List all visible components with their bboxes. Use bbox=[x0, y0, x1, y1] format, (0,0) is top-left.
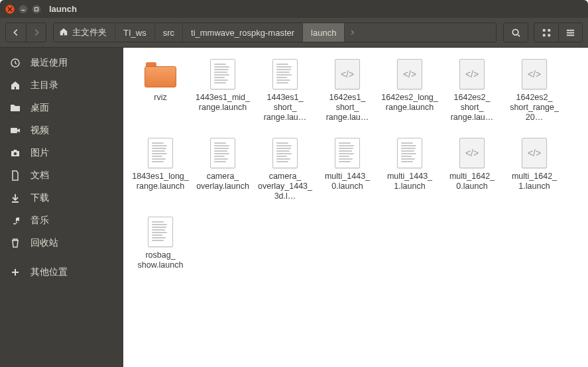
text-file-icon bbox=[335, 138, 360, 168]
body: 最近使用主目录桌面视频图片文档下载音乐回收站其他位置 rviz1443es1_m… bbox=[0, 48, 588, 367]
sidebar-item-label: 音乐 bbox=[30, 215, 49, 227]
file-item[interactable]: 1443es1_mid_range.launch bbox=[192, 57, 253, 124]
text-file-icon bbox=[148, 217, 173, 247]
svg-rect-2 bbox=[542, 28, 545, 31]
sidebar-item-label: 其他位置 bbox=[30, 266, 68, 278]
text-file-icon bbox=[210, 138, 235, 168]
file-item[interactable]: rosbag_show.launch bbox=[130, 215, 191, 272]
file-item[interactable]: </>1642es2_long_range.launch bbox=[379, 57, 440, 124]
sidebar-item-label: 回收站 bbox=[30, 237, 58, 249]
svg-rect-3 bbox=[548, 28, 550, 31]
file-item[interactable]: multi_1443_0.launch bbox=[317, 136, 378, 203]
sidebar-item-label: 桌面 bbox=[30, 102, 49, 114]
window-maximize-button[interactable] bbox=[32, 5, 41, 14]
sidebar: 最近使用主目录桌面视频图片文档下载音乐回收站其他位置 bbox=[0, 48, 123, 367]
music-icon bbox=[9, 215, 21, 226]
file-name: rosbag_show.launch bbox=[131, 250, 190, 270]
file-item[interactable]: </>1642es2_short_range_20… bbox=[504, 57, 565, 124]
nav-forward-button[interactable] bbox=[26, 23, 46, 42]
breadcrumb-segment[interactable]: TI_ws bbox=[115, 23, 155, 42]
file-name: multi_1443_0.launch bbox=[318, 172, 377, 191]
text-file-icon bbox=[272, 138, 298, 168]
breadcrumb-home[interactable]: 主文件夹 bbox=[54, 23, 115, 42]
file-item[interactable]: multi_1443_1.launch bbox=[379, 136, 440, 203]
breadcrumb-segment[interactable]: launch bbox=[303, 23, 345, 42]
file-item[interactable]: </>multi_1642_1.launch bbox=[504, 136, 565, 203]
svg-rect-5 bbox=[548, 34, 550, 36]
window-title: launch bbox=[49, 4, 77, 14]
doc-icon bbox=[9, 170, 21, 181]
sidebar-item[interactable]: 音乐 bbox=[0, 209, 123, 232]
sidebar-item-label: 主目录 bbox=[30, 79, 58, 91]
hamburger-menu-button[interactable] bbox=[558, 23, 582, 42]
file-name: 1843es1_long_range.launch bbox=[131, 172, 190, 191]
window-controls bbox=[5, 5, 41, 14]
file-name: 1642es2_short_range_20… bbox=[505, 93, 563, 123]
sidebar-item[interactable]: 回收站 bbox=[0, 232, 123, 254]
file-item[interactable]: 1443es1_short_range.lau… bbox=[255, 57, 316, 124]
file-name: camera_overlay_1443_3d.l… bbox=[256, 172, 314, 201]
svg-point-8 bbox=[14, 152, 17, 155]
text-file-icon bbox=[272, 59, 298, 89]
video-icon bbox=[9, 125, 21, 136]
sidebar-item[interactable]: 主目录 bbox=[0, 74, 123, 97]
xml-file-icon: </> bbox=[459, 138, 485, 168]
xml-file-icon: </> bbox=[522, 138, 547, 168]
view-grid-button[interactable] bbox=[534, 23, 558, 42]
nav-back-button[interactable] bbox=[6, 23, 26, 42]
file-item[interactable]: 1843es1_long_range.launch bbox=[130, 136, 191, 203]
svg-point-1 bbox=[512, 29, 518, 34]
search-button[interactable] bbox=[504, 23, 528, 42]
sidebar-item[interactable]: 图片 bbox=[0, 142, 123, 164]
file-grid: rviz1443es1_mid_range.launch1443es1_shor… bbox=[130, 57, 581, 272]
file-item[interactable]: camera_overlay.launch bbox=[192, 136, 253, 203]
svg-rect-7 bbox=[11, 128, 17, 133]
file-name: multi_1642_0.launch bbox=[443, 172, 501, 191]
file-name: camera_overlay.launch bbox=[194, 172, 252, 191]
toolbar: 主文件夹 TI_wssrcti_mmwave_rospkg-masterlaun… bbox=[0, 18, 588, 48]
file-item[interactable]: camera_overlay_1443_3d.l… bbox=[255, 136, 316, 203]
content-area[interactable]: rviz1443es1_mid_range.launch1443es1_shor… bbox=[123, 48, 588, 367]
sidebar-item[interactable]: 最近使用 bbox=[0, 52, 123, 74]
text-file-icon bbox=[148, 138, 173, 168]
folder-icon bbox=[145, 61, 176, 87]
breadcrumb: 主文件夹 TI_wssrcti_mmwave_rospkg-masterlaun… bbox=[53, 23, 497, 42]
breadcrumb-home-label: 主文件夹 bbox=[72, 26, 107, 38]
breadcrumb-segment[interactable]: ti_mmwave_rospkg-master bbox=[183, 23, 303, 42]
trash-icon bbox=[9, 238, 21, 248]
text-file-icon bbox=[210, 59, 235, 89]
toolbar-right bbox=[503, 23, 583, 42]
folder-icon bbox=[9, 103, 21, 113]
breadcrumb-segment[interactable]: src bbox=[155, 23, 183, 42]
sidebar-item[interactable]: 下载 bbox=[0, 187, 123, 209]
file-name: 1443es1_short_range.lau… bbox=[256, 93, 314, 123]
file-name: 1642es1_short_range.lau… bbox=[318, 93, 377, 123]
window-close-button[interactable] bbox=[5, 5, 15, 14]
file-item[interactable]: rviz bbox=[130, 57, 191, 124]
sidebar-item[interactable]: 视频 bbox=[0, 119, 123, 142]
file-name: rviz bbox=[154, 93, 166, 103]
plus-icon bbox=[9, 267, 21, 278]
titlebar: launch bbox=[0, 0, 588, 18]
file-name: 1443es1_mid_range.launch bbox=[194, 93, 252, 113]
home-icon bbox=[59, 27, 68, 38]
sidebar-item[interactable]: 其他位置 bbox=[0, 261, 123, 284]
breadcrumb-more[interactable] bbox=[345, 29, 361, 36]
sidebar-item[interactable]: 桌面 bbox=[0, 97, 123, 119]
download-icon bbox=[9, 193, 21, 203]
file-item[interactable]: </>1642es2_short_range.lau… bbox=[441, 57, 502, 124]
window-minimize-button[interactable] bbox=[19, 5, 28, 14]
home-icon bbox=[9, 80, 21, 91]
xml-file-icon: </> bbox=[522, 59, 547, 89]
sidebar-item-label: 最近使用 bbox=[30, 57, 68, 69]
file-name: 1642es2_long_range.launch bbox=[381, 93, 439, 113]
file-name: multi_1443_1.launch bbox=[381, 172, 439, 191]
file-item[interactable]: </>1642es1_short_range.lau… bbox=[317, 57, 378, 124]
sidebar-item[interactable]: 文档 bbox=[0, 164, 123, 187]
xml-file-icon: </> bbox=[397, 59, 422, 89]
sidebar-item-label: 图片 bbox=[30, 147, 49, 159]
text-file-icon bbox=[397, 138, 422, 168]
file-item[interactable]: </>multi_1642_0.launch bbox=[441, 136, 502, 203]
camera-icon bbox=[9, 148, 21, 158]
file-name: 1642es2_short_range.lau… bbox=[443, 93, 501, 123]
